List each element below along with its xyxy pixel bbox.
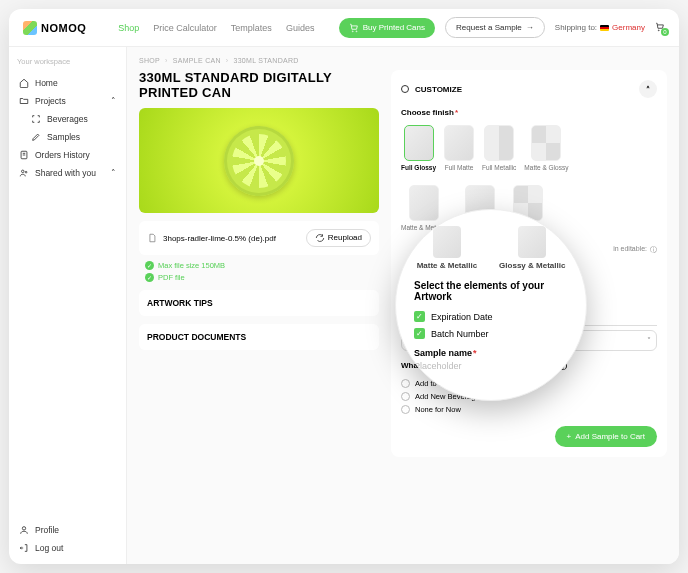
- add-btn-label: Add Sample to Cart: [575, 432, 645, 441]
- checkbox-expiration[interactable]: ✓Expiration Date: [414, 308, 568, 325]
- mag-title: Select the elements of your Artwork: [414, 280, 568, 302]
- nav-guides[interactable]: Guides: [286, 23, 315, 33]
- sidebar-label: Home: [35, 78, 58, 88]
- collapse-button[interactable]: ˄: [639, 80, 657, 98]
- customize-header: CUSTOMIZE ˄: [401, 80, 657, 98]
- check-icon: ✓: [145, 261, 154, 270]
- main-nav: Shop Price Calculator Templates Guides: [118, 23, 314, 33]
- sidebar-orders[interactable]: Orders History: [17, 146, 118, 164]
- crumb-sample[interactable]: SAMPLE CAN: [173, 57, 221, 64]
- section-product-docs[interactable]: PRODUCT DOCUMENTS: [139, 324, 379, 350]
- brand-name: NOMOQ: [41, 22, 86, 34]
- pen-icon: [31, 132, 41, 142]
- finish-grid: Full Glossy Full Matte Full Metallic Mat…: [401, 125, 657, 171]
- page-title: 330ML STANDARD DIGITALLY PRINTED CAN: [139, 70, 379, 100]
- file-icon: [147, 233, 157, 243]
- crumb-shop[interactable]: SHOP: [139, 57, 160, 64]
- workspace-label: Your workspace: [17, 57, 118, 66]
- logo[interactable]: NOMOQ: [23, 21, 86, 35]
- add-sample-to-cart-button[interactable]: + Add Sample to Cart: [555, 426, 657, 447]
- svg-point-7: [22, 527, 25, 530]
- scan-icon: [31, 114, 41, 124]
- nav-shop[interactable]: Shop: [118, 23, 139, 33]
- ship-label: Shipping to:: [555, 23, 597, 32]
- flag-de-icon: [600, 25, 609, 31]
- cart-button[interactable]: 0: [655, 22, 665, 34]
- info-icon[interactable]: ⓘ: [650, 245, 657, 255]
- sidebar-projects[interactable]: Projects ˄: [17, 92, 118, 110]
- hint-pdf: ✓PDF file: [145, 273, 379, 282]
- refresh-icon: [315, 233, 325, 243]
- sidebar-label: Profile: [35, 525, 59, 535]
- mag-sample-label: Sample name: [414, 348, 568, 358]
- hint-filesize: ✓Max file size 150MB: [145, 261, 379, 270]
- sidebar-label: Shared with you: [35, 168, 96, 178]
- shipping-selector[interactable]: Shipping to: Germany: [555, 23, 645, 32]
- cart-count-badge: 0: [661, 28, 669, 36]
- crumb-current: 330ML STANDARD: [233, 57, 298, 64]
- chevron-down-icon: ˅: [647, 336, 651, 345]
- top-header: NOMOQ Shop Price Calculator Templates Gu…: [9, 9, 679, 47]
- sidebar-label: Projects: [35, 96, 66, 106]
- svg-point-1: [356, 30, 357, 31]
- radio-icon: [401, 405, 410, 414]
- sidebar-samples[interactable]: Samples: [17, 128, 118, 146]
- sidebar-label: Beverages: [47, 114, 88, 124]
- users-icon: [19, 168, 29, 178]
- finish-full-glossy[interactable]: Full Glossy: [401, 125, 436, 171]
- radio-none[interactable]: None for Now: [401, 403, 657, 416]
- request-sample-button[interactable]: Request a Sample →: [445, 17, 545, 38]
- nav-templates[interactable]: Templates: [231, 23, 272, 33]
- reupload-label: Reupload: [328, 233, 362, 243]
- file-name: 3hops-radler-lime-0.5% (de).pdf: [163, 234, 276, 243]
- buy-label: Buy Printed Cans: [363, 23, 425, 32]
- chevron-up-icon: ˄: [111, 168, 116, 178]
- circle-icon: [401, 85, 409, 93]
- mag-finishes: Matte & Metallic Glossy & Metallic: [414, 226, 568, 270]
- sidebar-logout[interactable]: Log out: [17, 539, 118, 557]
- sidebar-label: Orders History: [35, 150, 90, 160]
- mag-placeholder: Placeholder: [414, 361, 568, 371]
- svg-point-2: [658, 29, 659, 30]
- lime-slice-graphic: [224, 126, 294, 196]
- folder-icon: [19, 96, 29, 106]
- sidebar-home[interactable]: Home: [17, 74, 118, 92]
- svg-point-6: [25, 171, 27, 173]
- finish-label: Full Glossy: [401, 164, 436, 171]
- plus-icon: +: [567, 432, 572, 441]
- finish-full-metallic[interactable]: Full Metallic: [482, 125, 516, 171]
- finish-full-matte[interactable]: Full Matte: [444, 125, 474, 171]
- radio-icon: [401, 392, 410, 401]
- checkbox-checked-icon: ✓: [414, 328, 425, 339]
- radio-icon: [401, 379, 410, 388]
- reupload-button[interactable]: Reupload: [306, 229, 371, 247]
- sample-label: Request a Sample: [456, 23, 522, 32]
- buy-printed-cans-button[interactable]: Buy Printed Cans: [339, 18, 435, 38]
- sidebar-shared[interactable]: Shared with you ˄: [17, 164, 118, 182]
- breadcrumb: SHOP› SAMPLE CAN› 330ML STANDARD: [139, 57, 667, 64]
- sidebar-profile[interactable]: Profile: [17, 521, 118, 539]
- radio-label: None for Now: [415, 405, 461, 414]
- sidebar-beverages[interactable]: Beverages: [17, 110, 118, 128]
- section-artwork-tips[interactable]: ARTWORK TIPS: [139, 290, 379, 316]
- product-column: 330ML STANDARD DIGITALLY PRINTED CAN 3ho…: [139, 70, 379, 457]
- finish-matte-glossy[interactable]: Matte & Glossy: [524, 125, 568, 171]
- check-label: Batch Number: [431, 329, 489, 339]
- logout-icon: [19, 543, 29, 553]
- finish-label: Full Metallic: [482, 164, 516, 171]
- uploaded-file-row: 3hops-radler-lime-0.5% (de).pdf Reupload: [139, 221, 379, 255]
- customize-title: CUSTOMIZE: [415, 85, 462, 94]
- checkbox-batch[interactable]: ✓Batch Number: [414, 325, 568, 342]
- hint-label: PDF file: [158, 273, 185, 282]
- magnifier-overlay: Matte & Metallic Glossy & Metallic Selec…: [395, 209, 587, 401]
- check-label: Expiration Date: [431, 312, 493, 322]
- finish-label: Matte & Glossy: [524, 164, 568, 171]
- chevron-up-icon: ˄: [111, 96, 116, 106]
- logo-icon: [23, 21, 37, 35]
- artwork-preview: [139, 108, 379, 213]
- svg-point-5: [22, 170, 25, 173]
- nav-price-calculator[interactable]: Price Calculator: [153, 23, 217, 33]
- hint-label: Max file size 150MB: [158, 261, 225, 270]
- cart-icon: [349, 23, 359, 33]
- user-icon: [19, 525, 29, 535]
